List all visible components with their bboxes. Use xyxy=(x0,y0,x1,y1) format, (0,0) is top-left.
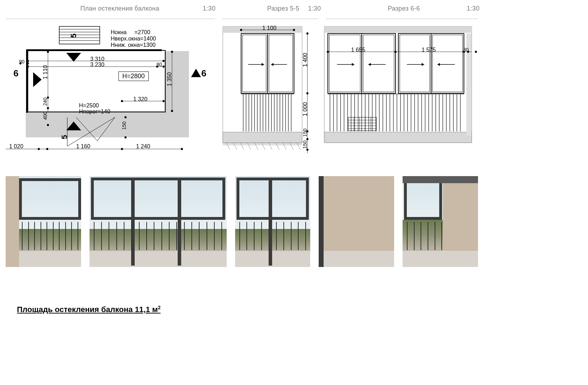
svg-point-35 xyxy=(46,148,48,150)
sec6-d1655: 1 655 xyxy=(351,47,365,53)
dim-80: 80 xyxy=(157,62,162,67)
svg-point-27 xyxy=(47,107,49,109)
svg-line-78 xyxy=(255,143,258,150)
svg-rect-44 xyxy=(223,132,302,143)
svg-point-36 xyxy=(121,148,123,150)
svg-rect-42 xyxy=(223,26,302,143)
dim-1160: 1 160 xyxy=(76,143,90,150)
dim-400: 400 xyxy=(42,112,48,120)
photo-3 xyxy=(235,176,311,267)
svg-rect-95 xyxy=(324,26,472,33)
svg-point-20 xyxy=(27,60,29,62)
svg-point-89 xyxy=(306,138,308,140)
svg-line-84 xyxy=(297,143,300,150)
svg-point-163 xyxy=(327,51,329,53)
svg-line-77 xyxy=(247,143,251,150)
dim-h2500: H=2500 xyxy=(79,103,99,109)
svg-point-87 xyxy=(306,92,308,94)
dim-1320: 1 320 xyxy=(133,96,147,103)
sec5-title: Разрез 5-5 xyxy=(267,5,299,12)
sec5-d1100: 1 100 xyxy=(262,25,276,31)
sec5-d150a: 150 xyxy=(302,129,308,137)
svg-point-25 xyxy=(47,51,49,53)
sec-mark-5-top: 5 xyxy=(69,33,78,38)
svg-point-21 xyxy=(163,60,165,62)
dim-1240: 1 240 xyxy=(136,143,150,150)
svg-point-86 xyxy=(306,32,308,35)
dim-1110: 1 110 xyxy=(42,65,49,79)
svg-point-41 xyxy=(27,62,29,64)
dim-3230: 3 230 xyxy=(90,62,104,68)
svg-point-39 xyxy=(124,136,127,138)
sec5-d150b: 150 xyxy=(302,141,308,149)
svg-point-93 xyxy=(293,29,295,31)
dim-1020: 1 020 xyxy=(9,143,23,150)
sec6-scale: 1:30 xyxy=(467,5,479,12)
plan-scale: 1:30 xyxy=(203,5,215,12)
svg-point-24 xyxy=(163,66,165,68)
photo-5 xyxy=(403,176,478,267)
dim-hporog: Hпорог=140 xyxy=(79,108,110,115)
rule-sec6 xyxy=(326,19,478,19)
svg-point-32 xyxy=(171,110,173,112)
svg-point-37 xyxy=(181,148,183,150)
sec5-d1400: 1 400 xyxy=(302,53,308,67)
svg-point-31 xyxy=(171,51,173,53)
photo-1 xyxy=(6,176,81,267)
sec-mark-5-bot: 5 xyxy=(60,135,69,139)
plan-title: План остекления балкона xyxy=(80,5,159,12)
sec6-d1575: 1 575 xyxy=(422,47,436,53)
svg-point-92 xyxy=(240,29,242,31)
svg-point-29 xyxy=(121,100,123,102)
rule-plan xyxy=(6,19,215,19)
svg-point-28 xyxy=(47,124,49,126)
dim-1350: 1 350 xyxy=(166,72,173,86)
rule-sec5 xyxy=(222,19,319,19)
dim-90: 90 xyxy=(19,59,25,64)
dim-150: 150 xyxy=(121,122,127,130)
footer-text: Площадь остекления балкона 11,1 м xyxy=(17,305,158,314)
svg-point-90 xyxy=(306,149,308,151)
param-h-okna: Hокна =2700 xyxy=(111,29,150,36)
plan-svg xyxy=(6,19,214,160)
section-5-5: 1 100 1 400 1 000 150 150 xyxy=(219,19,320,160)
plan-drawing: Hокна =2700 Hверх.окна=1400 Hниж. окна=1… xyxy=(6,19,214,160)
sec6-d80: 80 xyxy=(463,47,469,52)
svg-point-34 xyxy=(38,148,40,150)
photo-4 xyxy=(319,176,394,267)
svg-point-164 xyxy=(394,51,397,53)
sec-mark-6-left: 6 xyxy=(13,68,18,79)
sec6-title: Разрез 6-6 xyxy=(388,5,420,12)
param-h-nij: Hниж. окна=1300 xyxy=(111,42,156,48)
svg-line-83 xyxy=(290,143,293,150)
section-6-6: 1 655 1 575 80 xyxy=(324,19,479,160)
svg-point-167 xyxy=(475,51,477,53)
triangle-icon xyxy=(191,69,201,77)
svg-marker-11 xyxy=(66,53,81,62)
svg-rect-96 xyxy=(324,132,472,143)
svg-line-80 xyxy=(269,143,272,150)
footer-sup: 2 xyxy=(158,305,161,310)
svg-point-22 xyxy=(27,66,29,68)
h-box: H=2800 xyxy=(118,72,149,81)
svg-point-38 xyxy=(124,116,127,118)
svg-line-76 xyxy=(240,143,244,150)
svg-line-82 xyxy=(283,143,286,150)
svg-point-30 xyxy=(163,100,165,102)
svg-marker-13 xyxy=(33,72,42,87)
svg-line-74 xyxy=(226,143,230,150)
sec5-svg xyxy=(219,19,320,160)
sec5-d1000: 1 000 xyxy=(302,102,308,116)
svg-line-79 xyxy=(262,143,265,150)
photo-strip xyxy=(6,176,478,271)
dim-240: 240 xyxy=(42,98,48,106)
sec5-scale: 1:30 xyxy=(308,5,321,12)
sec-mark-6-right: 6 xyxy=(201,68,206,79)
footer-area: Площадь остекления балкона 11,1 м2 xyxy=(17,305,161,314)
param-h-verh: Hверх.окна=1400 xyxy=(111,36,156,42)
sec6-svg xyxy=(324,19,479,160)
photo-2 xyxy=(90,176,227,267)
svg-rect-1 xyxy=(164,51,189,137)
svg-rect-3 xyxy=(26,49,28,113)
svg-line-75 xyxy=(233,143,237,150)
